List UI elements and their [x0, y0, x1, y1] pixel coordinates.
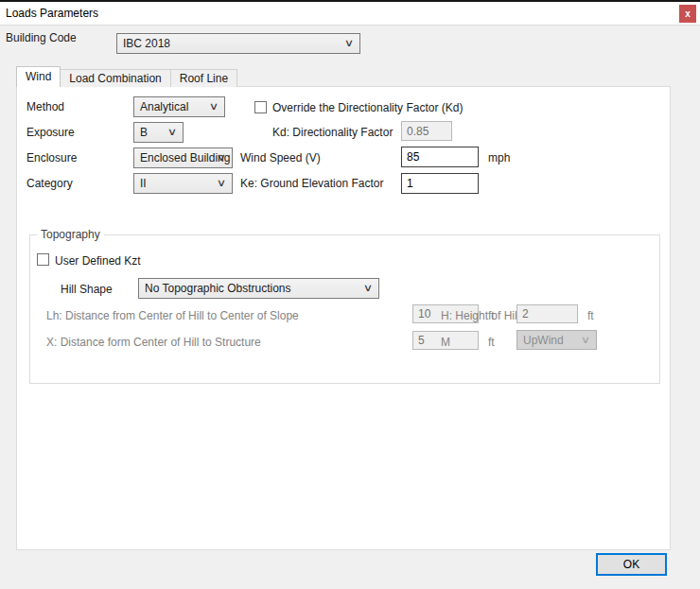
m-label: M [441, 336, 450, 349]
lh-label: Lh: Distance from Center of Hill to Cent… [46, 309, 299, 322]
override-kd-checkbox[interactable] [254, 101, 267, 113]
chevron-down-icon: ∨ [167, 126, 177, 138]
wind-speed-input[interactable] [401, 147, 479, 167]
wind-tab-panel: Method Analytical ∨ Override the Directi… [16, 86, 671, 550]
chevron-down-icon: ∨ [363, 282, 373, 294]
ok-button-label: OK [623, 558, 639, 571]
enclosure-label: Enclosure [26, 151, 77, 165]
category-label: Category [26, 177, 73, 190]
hill-shape-label: Hill Shape [61, 283, 113, 296]
topography-legend: Topography [37, 228, 104, 241]
kd-input [401, 121, 452, 141]
kd-label: Kd: Directionality Factor [272, 126, 393, 139]
loads-parameters-dialog: Loads Parameters x Building Code IBC 201… [0, 0, 700, 589]
h-input [516, 304, 578, 323]
m-value: UpWind [523, 334, 564, 347]
ke-input[interactable] [401, 173, 479, 194]
tab-strip: Wind Load Combination Roof Line [16, 66, 236, 87]
chevron-down-icon: ∨ [209, 100, 219, 113]
wind-speed-unit: mph [488, 151, 510, 165]
x-unit: ft [488, 336, 495, 349]
chevron-down-icon: ∨ [344, 37, 354, 49]
user-defined-kzt-checkbox[interactable] [37, 253, 49, 266]
tab-load-combination[interactable]: Load Combination [60, 69, 170, 87]
building-code-select[interactable]: IBC 2018 ∨ [116, 33, 360, 54]
category-value: II [140, 177, 147, 190]
tab-roof-line[interactable]: Roof Line [170, 69, 237, 87]
ke-label: Ke: Ground Elevation Factor [240, 177, 383, 190]
exposure-select[interactable]: B ∨ [133, 122, 184, 143]
method-value: Analytical [140, 100, 188, 113]
ok-button[interactable]: OK [596, 553, 667, 576]
h-unit: ft [587, 309, 594, 322]
window-title: Loads Parameters [6, 7, 98, 20]
hill-shape-value: No Topographic Obstructions [145, 282, 291, 295]
user-defined-kzt-label: User Defined Kzt [55, 254, 141, 268]
wind-speed-label: Wind Speed (V) [240, 151, 321, 165]
method-select[interactable]: Analytical ∨ [133, 96, 225, 117]
h-label: H: Height of Hill [441, 309, 519, 322]
building-code-label: Building Code [6, 31, 77, 44]
close-button[interactable]: x [679, 5, 696, 23]
x-label: X: Distance form Center of Hill to Struc… [46, 336, 261, 349]
close-icon: x [685, 9, 691, 19]
titlebar: Loads Parameters x [0, 2, 700, 26]
building-code-value: IBC 2018 [123, 37, 170, 50]
chevron-down-icon: ∨ [581, 334, 590, 346]
exposure-label: Exposure [26, 126, 75, 139]
chevron-down-icon: ∨ [217, 151, 226, 164]
tab-wind[interactable]: Wind [16, 66, 61, 87]
hill-shape-select[interactable]: No Topographic Obstructions ∨ [138, 278, 379, 299]
chevron-down-icon: ∨ [217, 177, 226, 189]
method-label: Method [26, 100, 64, 113]
category-select[interactable]: II ∨ [133, 173, 233, 194]
override-kd-label: Override the Directionality Factor (Kd) [272, 101, 463, 114]
enclosure-select[interactable]: Enclosed Building ∨ [133, 147, 233, 168]
exposure-value: B [140, 126, 148, 139]
m-select: UpWind ∨ [516, 330, 597, 350]
